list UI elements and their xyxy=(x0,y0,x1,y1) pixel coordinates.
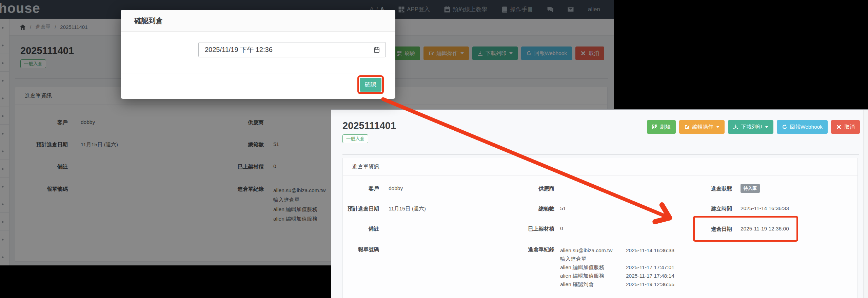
record-time: 2025-11-17 17:47:01 xyxy=(626,264,674,270)
confirm-arrival-modal: 確認到倉 2025/11/19 下午 12:36 確認 xyxy=(121,10,395,99)
record-line: alien 確認到倉2025-11-19 12:36:55 xyxy=(560,280,674,288)
order-type-badge: 一般入倉 xyxy=(342,134,368,143)
created-time-value: 2025-11-14 16:36:33 xyxy=(741,205,789,211)
arrival-date-highlight-box xyxy=(693,216,798,242)
content-left-border xyxy=(335,110,335,298)
action-buttons: 刷驗 編輯操作 下載列印 回報Webhook 取消 xyxy=(647,120,860,134)
created-time-label: 建立時間 xyxy=(677,205,732,212)
edit-actions-button[interactable]: 編輯操作 xyxy=(679,120,725,134)
screenshot-after: 2025111401 一般入倉 刷驗 編輯操作 下載列印 回報Webhook xyxy=(331,109,868,298)
chevron-down-icon xyxy=(765,126,768,128)
x-icon xyxy=(836,124,842,130)
total-boxes-label: 總箱數 xyxy=(494,205,554,212)
calendar-picker-icon[interactable] xyxy=(373,46,380,53)
webhook-report-button[interactable]: 回報Webhook xyxy=(777,120,828,134)
download-print-button[interactable]: 下載列印 xyxy=(728,120,773,134)
page-title: 2025111401 xyxy=(342,120,396,131)
arrival-status-label: 進倉狀態 xyxy=(677,185,732,192)
cancel-button[interactable]: 取消 xyxy=(831,120,860,134)
record-line: alien 編輯加值服務2025-11-17 17:47:01 xyxy=(560,263,674,272)
status-badge: 待入庫 xyxy=(741,184,760,193)
order-record-list: alien.su@ibiza.com.tw2025-11-14 16:36:33… xyxy=(560,246,674,288)
download-icon xyxy=(733,124,738,130)
customer-value: dobby xyxy=(389,185,403,191)
modal-title: 確認到倉 xyxy=(121,10,395,32)
note-label: 備註 xyxy=(336,225,379,232)
eta-value: 11月15日 (週六) xyxy=(389,205,426,212)
shelved-volume-value: 0 xyxy=(560,225,563,231)
refresh-icon xyxy=(782,124,787,130)
record-time: 2025-11-14 16:36:33 xyxy=(626,247,674,253)
record-time: 2025-11-19 12:36:55 xyxy=(626,281,674,287)
datetime-value: 2025/11/19 下午 12:36 xyxy=(205,45,373,54)
qr-code-icon xyxy=(652,124,657,130)
pencil-square-icon xyxy=(684,124,690,130)
order-record-label: 進倉單紀錄 xyxy=(494,246,554,253)
vertical-scrollbar[interactable] xyxy=(863,110,868,298)
modal-footer: 確認 xyxy=(121,74,395,99)
declaration-no-label: 報單號碼 xyxy=(336,246,379,253)
scan-verify-button[interactable]: 刷驗 xyxy=(647,120,676,134)
customer-label: 客戶 xyxy=(336,185,379,192)
divider xyxy=(342,154,859,155)
eta-label: 預計進倉日期 xyxy=(336,205,379,212)
composite-stage: house A/A APP登入 預約線上教學 操作手冊 xyxy=(0,0,868,298)
record-time: 2025-11-17 17:48:14 xyxy=(626,273,674,279)
record-line: 輸入進倉單 xyxy=(560,255,674,263)
total-boxes-value: 51 xyxy=(560,205,566,211)
panel-title: 進倉單資訊 xyxy=(343,158,857,176)
chevron-down-icon xyxy=(716,126,719,128)
record-line: alien.su@ibiza.com.tw2025-11-14 16:36:33 xyxy=(560,246,674,255)
record-line: alien 編輯加值服務2025-11-17 17:48:14 xyxy=(560,272,674,280)
confirm-highlight-box: 確認 xyxy=(357,75,384,94)
arrival-datetime-input[interactable]: 2025/11/19 下午 12:36 xyxy=(198,42,386,57)
shelved-volume-label: 已上架材積 xyxy=(494,225,554,232)
supplier-label: 供應商 xyxy=(494,185,554,192)
confirm-button[interactable]: 確認 xyxy=(360,78,381,92)
